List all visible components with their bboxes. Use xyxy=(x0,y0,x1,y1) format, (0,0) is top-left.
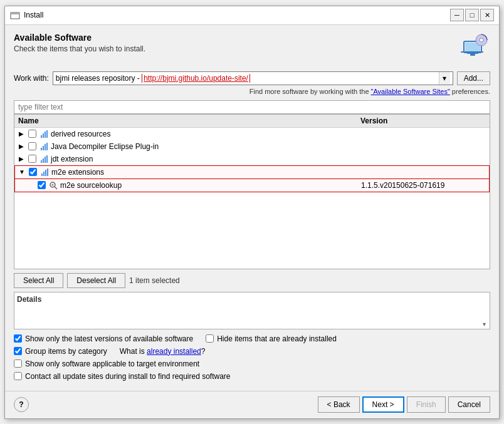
option-already-installed: What is already installed? xyxy=(120,347,206,356)
row-checkbox[interactable] xyxy=(29,168,37,176)
buttons-row: Select All Deselect All 1 item selected xyxy=(14,273,490,288)
selection-info: 1 item selected xyxy=(129,276,180,285)
options-section: Show only the latest versions of availab… xyxy=(14,334,490,381)
options-row-4: Contact all update sites during install … xyxy=(14,372,490,381)
back-button[interactable]: < Back xyxy=(318,396,360,413)
option-hide-installed-label: Hide items that are already installed xyxy=(217,334,337,343)
add-button[interactable]: Add... xyxy=(457,71,490,85)
svg-rect-8 xyxy=(470,54,475,56)
row-label: derived resources xyxy=(51,130,362,138)
find-more-text-after: preferences. xyxy=(450,88,490,95)
column-header-version: Version xyxy=(360,116,486,125)
header-text: Available Software Check the items that … xyxy=(14,33,456,53)
options-row-3: Show only software applicable to target … xyxy=(14,359,490,368)
cancel-button[interactable]: Cancel xyxy=(448,396,490,413)
close-button[interactable]: ✕ xyxy=(480,9,494,21)
tree-row[interactable]: ▶ derived resources xyxy=(14,128,490,140)
install-window: Install ─ □ ✕ Available Software Check t… xyxy=(4,6,500,419)
row-label: jdt extension xyxy=(51,155,362,163)
content-area: Available Software Check the items that … xyxy=(5,25,499,391)
option-hide-installed-checkbox[interactable] xyxy=(206,334,214,343)
tree-row-sourcelookup[interactable]: m2e sourcelookup 1.1.5.v20150625-071619 xyxy=(14,179,490,192)
option-applicable-checkbox[interactable] xyxy=(14,359,22,368)
window-icon xyxy=(10,10,20,20)
row-version: 1.1.5.v20150625-071619 xyxy=(361,181,486,190)
deselect-all-button[interactable]: Deselect All xyxy=(67,273,125,288)
details-label: Details xyxy=(17,295,487,304)
next-button[interactable]: Next > xyxy=(362,396,404,413)
find-more-text: Find more software by working with the xyxy=(249,88,371,95)
option-contact-checkbox[interactable] xyxy=(14,372,22,380)
software-tree: Name Version ▶ derived resources ▶ xyxy=(14,114,490,269)
plugin-icon xyxy=(39,129,49,139)
sourcelookup-icon xyxy=(48,180,58,190)
header-section: Available Software Check the items that … xyxy=(14,33,490,66)
row-label: m2e sourcelookup xyxy=(60,181,361,190)
option-hide-installed: Hide items that are already installed xyxy=(206,334,337,343)
available-software-sites-link[interactable]: "Available Software Sites" xyxy=(371,88,450,95)
filter-row xyxy=(14,100,490,114)
option-latest: Show only the latest versions of availab… xyxy=(14,334,193,343)
scroll-down-arrow[interactable]: ▾ xyxy=(483,321,486,328)
row-checkbox[interactable] xyxy=(28,155,36,163)
row-label: m2e extensions xyxy=(51,168,361,177)
already-installed-link[interactable]: already installed xyxy=(147,347,201,356)
column-header-name: Name xyxy=(18,116,360,125)
svg-rect-1 xyxy=(11,13,19,14)
details-section: Details ▾ xyxy=(14,292,490,329)
tree-row[interactable]: ▶ jdt extension xyxy=(14,153,490,165)
svg-rect-7 xyxy=(467,53,478,54)
expand-icon[interactable]: ▶ xyxy=(17,155,26,163)
option-latest-checkbox[interactable] xyxy=(14,334,22,343)
window-title: Install xyxy=(24,11,450,19)
option-group: Group items by category xyxy=(14,347,107,356)
computer-icon xyxy=(458,34,489,65)
svg-line-10 xyxy=(55,187,57,189)
expand-icon[interactable]: ▶ xyxy=(17,130,26,138)
filter-input[interactable] xyxy=(14,100,490,114)
expand-icon[interactable]: ▼ xyxy=(18,168,26,177)
finish-button[interactable]: Finish xyxy=(407,396,446,413)
tree-row-m2e[interactable]: ▼ m2e extensions xyxy=(14,165,490,179)
what-is-label: What is already installed? xyxy=(120,347,206,356)
expand-icon[interactable]: ▶ xyxy=(17,142,26,151)
option-contact: Contact all update sites during install … xyxy=(14,372,231,381)
details-scrollbar[interactable]: ▾ xyxy=(480,294,488,328)
plugin-icon xyxy=(39,167,50,177)
combo-url: http://bjmi.github.io/update-site/ xyxy=(142,74,250,83)
svg-point-11 xyxy=(52,184,54,185)
option-applicable-label: Show only software applicable to target … xyxy=(25,359,199,368)
row-checkbox[interactable] xyxy=(28,142,36,150)
row-label: Java Decompiler Eclipse Plug-in xyxy=(51,142,362,151)
work-with-row: Work with: bjmi releases repository - ht… xyxy=(14,71,490,85)
plugin-icon xyxy=(39,142,49,152)
option-latest-label: Show only the latest versions of availab… xyxy=(25,334,193,343)
options-row-2: Group items by category What is already … xyxy=(14,347,490,356)
svg-point-6 xyxy=(480,38,483,42)
row-checkbox[interactable] xyxy=(28,130,36,138)
tree-header: Name Version xyxy=(14,115,490,128)
titlebar: Install ─ □ ✕ xyxy=(5,6,499,25)
work-with-combo[interactable]: bjmi releases repository - http://bjmi.g… xyxy=(53,71,453,85)
option-group-checkbox[interactable] xyxy=(14,347,22,355)
page-title: Available Software xyxy=(14,33,456,43)
find-more-row: Find more software by working with the "… xyxy=(14,88,490,95)
window-controls: ─ □ ✕ xyxy=(450,9,494,21)
combo-prefix: bjmi releases repository - xyxy=(56,74,142,83)
page-subtitle: Check the items that you wish to install… xyxy=(14,44,456,53)
row-checkbox[interactable] xyxy=(38,181,46,189)
header-logo xyxy=(456,33,490,66)
select-all-button[interactable]: Select All xyxy=(14,273,63,288)
footer: ? < Back Next > Finish Cancel xyxy=(5,391,499,418)
work-with-label: Work with: xyxy=(14,74,49,83)
option-group-label: Group items by category xyxy=(25,347,107,356)
combo-dropdown-arrow[interactable]: ▾ xyxy=(439,72,450,85)
option-contact-label: Contact all update sites during install … xyxy=(25,372,231,381)
minimize-button[interactable]: ─ xyxy=(450,9,464,21)
option-applicable: Show only software applicable to target … xyxy=(14,359,199,368)
options-row-1: Show only the latest versions of availab… xyxy=(14,334,490,343)
maximize-button[interactable]: □ xyxy=(465,9,479,21)
help-button[interactable]: ? xyxy=(14,397,29,412)
tree-row[interactable]: ▶ Java Decompiler Eclipse Plug-in xyxy=(14,140,490,153)
combo-text: bjmi releases repository - http://bjmi.g… xyxy=(56,74,439,83)
